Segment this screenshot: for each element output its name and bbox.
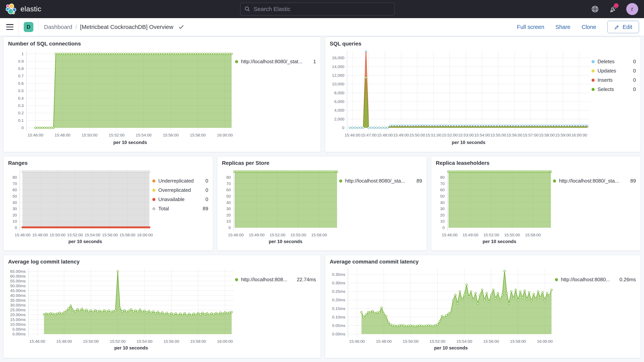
chart-legend: Deletes 0 Updates 0 Inserts 0 Selects 0: [592, 48, 636, 146]
svg-text:0.10ms: 0.10ms: [332, 315, 345, 319]
legend-series-value: 0: [206, 187, 208, 193]
replicas-per-store-chart[interactable]: 8070605040302010015:46:0015:49:0015:52:0…: [222, 168, 339, 244]
svg-text:15:54:00: 15:54:00: [474, 133, 490, 137]
svg-text:15:54:00: 15:54:00: [137, 339, 152, 344]
panel-title: SQL queries: [330, 40, 636, 47]
edit-button-label: Edit: [622, 24, 632, 30]
legend-item[interactable]: Unavailable 0: [152, 196, 208, 202]
legend-series-dot: [152, 207, 156, 210]
space-switcher[interactable]: D: [24, 22, 33, 32]
breadcrumb-separator: /: [76, 24, 77, 30]
svg-text:5.00ms: 5.00ms: [12, 327, 26, 331]
svg-text:0.20ms: 0.20ms: [332, 298, 345, 302]
svg-text:15:56:00: 15:56:00: [102, 233, 118, 237]
sql-queries-chart[interactable]: 16,00014,00012,00010,0008,0006,0004,0002…: [330, 48, 592, 146]
svg-text:60: 60: [12, 188, 17, 192]
dashboard-listing-button[interactable]: [178, 24, 184, 30]
clone-button[interactable]: Clone: [582, 24, 596, 30]
legend-series-label: Underreplicated: [158, 178, 194, 184]
legend-item[interactable]: Underreplicated 0: [152, 178, 208, 184]
legend-series-value: 89: [203, 206, 208, 212]
svg-text:30: 30: [226, 206, 231, 211]
brand-name: elastic: [20, 5, 41, 13]
svg-text:16:00:00: 16:00:00: [537, 339, 553, 344]
search-input[interactable]: [254, 6, 390, 12]
svg-text:per 10 seconds: per 10 seconds: [113, 140, 147, 145]
legend-item[interactable]: Inserts 0: [592, 77, 636, 83]
legend-series-value: 89: [630, 178, 636, 184]
svg-text:15:57:00: 15:57:00: [523, 133, 538, 137]
elastic-logo-icon: [6, 4, 17, 15]
legend-item[interactable]: Updates 0: [592, 68, 636, 74]
svg-text:60: 60: [226, 188, 231, 192]
legend-series-dot: [235, 60, 238, 63]
legend-item[interactable]: http://localhost:8080/_stat... 1: [235, 58, 316, 64]
elastic-logo[interactable]: elastic: [6, 4, 41, 15]
legend-item[interactable]: http://localhost:808... 22.74ms: [235, 276, 316, 282]
svg-text:15:58:00: 15:58:00: [510, 339, 526, 344]
legend-series-label: http://localhost:8080/_stat...: [241, 58, 302, 64]
svg-text:15:56:00: 15:56:00: [164, 339, 179, 344]
svg-text:80: 80: [12, 175, 17, 180]
legend-series-value: 1: [313, 58, 316, 64]
svg-text:15:52:00: 15:52:00: [109, 133, 124, 137]
svg-text:0: 0: [15, 225, 17, 230]
svg-text:0.8: 0.8: [18, 66, 24, 71]
chart-legend: http://localhost:8080... 0.26ms: [555, 266, 636, 351]
legend-item[interactable]: Deletes 0: [592, 58, 636, 64]
edit-button[interactable]: Edit: [607, 21, 639, 33]
chart-legend: http://localhost:808... 22.74ms: [235, 266, 316, 351]
replica-leaseholders-chart[interactable]: 8070605040302010015:46:0015:49:0015:52:0…: [436, 168, 553, 244]
sql-connections-chart[interactable]: 10.90.80.70.60.50.40.30.20.1015:46:0015:…: [8, 48, 235, 146]
legend-series-label: Deletes: [598, 58, 614, 64]
svg-text:15:58:00: 15:58:00: [190, 339, 206, 344]
legend-item[interactable]: http://localhost:8080/_sta... 89: [553, 178, 636, 184]
svg-text:30.00ms: 30.00ms: [10, 303, 26, 307]
command-commit-latency-chart[interactable]: 0.35ms0.30ms0.25ms0.20ms0.15ms0.10ms0.05…: [330, 266, 555, 351]
log-commit-latency-chart[interactable]: 65.00ms60.00ms55.00ms50.00ms45.00ms40.00…: [8, 266, 235, 351]
avatar-initial: r: [631, 6, 633, 12]
panel-title: Ranges: [8, 160, 208, 166]
svg-text:15:56:00: 15:56:00: [506, 133, 522, 137]
svg-text:50: 50: [440, 194, 445, 198]
global-search[interactable]: [240, 3, 394, 16]
svg-text:0: 0: [228, 225, 231, 230]
legend-item[interactable]: http://localhost:8080/_sta... 89: [339, 178, 422, 184]
search-icon: [244, 6, 250, 12]
legend-series-label: http://localhost:8080...: [561, 276, 610, 282]
svg-text:10.00ms: 10.00ms: [10, 322, 26, 326]
legend-series-dot: [152, 189, 156, 192]
legend-series-dot: [152, 180, 156, 182]
panel-ranges: Ranges 8070605040302010015:46:0015:48:00…: [3, 156, 213, 251]
legend-series-value: 0: [206, 196, 208, 202]
svg-text:25.00ms: 25.00ms: [10, 308, 26, 312]
news-feed-button[interactable]: [608, 5, 617, 13]
panel-title: Number of SQL connections: [8, 40, 316, 47]
svg-text:15:54:00: 15:54:00: [456, 339, 472, 344]
svg-text:14,000: 14,000: [332, 64, 344, 69]
ranges-chart[interactable]: 8070605040302010015:46:0015:48:0015:50:0…: [8, 168, 152, 244]
chart-legend: Underreplicated 0 Overreplicated 0 Unava…: [152, 168, 208, 244]
svg-text:per 10 seconds: per 10 seconds: [434, 345, 468, 350]
page-title: [Metricbeat CockroachDB] Overview: [80, 24, 173, 30]
menu-button[interactable]: [6, 24, 14, 30]
svg-text:15:56:00: 15:56:00: [163, 133, 179, 137]
svg-text:0: 0: [342, 126, 344, 130]
legend-series-label: Unavailable: [158, 196, 184, 202]
help-button[interactable]: [591, 5, 599, 13]
svg-text:4,000: 4,000: [334, 108, 344, 112]
panel-replica-leaseholders: Replica leaseholders 8070605040302010015…: [431, 156, 641, 251]
user-avatar[interactable]: r: [626, 3, 638, 15]
legend-item[interactable]: Overreplicated 0: [152, 187, 208, 193]
legend-item[interactable]: http://localhost:8080... 0.26ms: [555, 276, 636, 282]
share-button[interactable]: Share: [556, 24, 570, 30]
legend-item[interactable]: Selects 0: [592, 86, 636, 92]
legend-item[interactable]: Total 89: [152, 206, 208, 212]
divider: [18, 18, 19, 36]
full-screen-button[interactable]: Full screen: [517, 24, 544, 30]
svg-text:0.6: 0.6: [18, 81, 24, 86]
svg-text:15:47:00: 15:47:00: [361, 133, 376, 137]
breadcrumb-dashboard-link[interactable]: Dashboard: [44, 24, 72, 30]
svg-text:15:48:00: 15:48:00: [377, 133, 393, 137]
svg-text:10: 10: [440, 219, 445, 224]
